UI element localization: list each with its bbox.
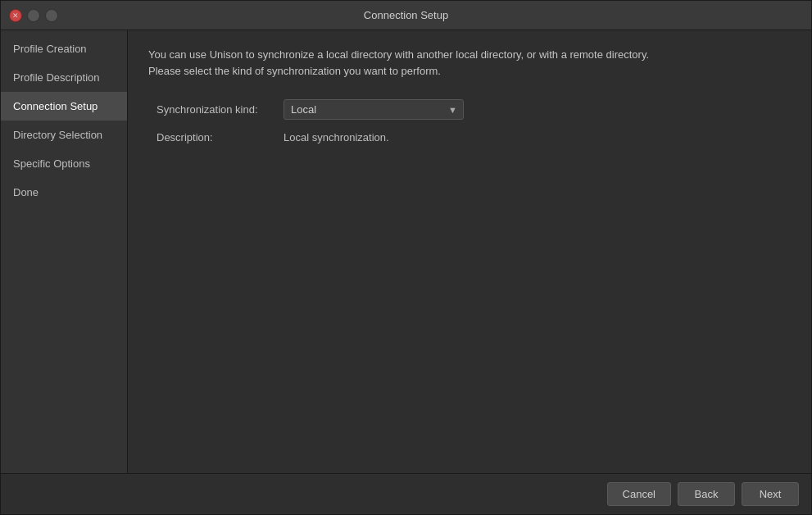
sidebar-item-profile-creation[interactable]: Profile Creation (1, 34, 127, 63)
sync-kind-label: Synchronization kind: (157, 103, 284, 116)
description-text: You can use Unison to synchronize a loca… (148, 47, 791, 79)
back-button[interactable]: Back (678, 482, 735, 506)
sidebar-item-done[interactable]: Done (1, 178, 127, 207)
window-title: Connection Setup (364, 9, 448, 21)
window-controls: ✕ (9, 9, 58, 22)
description-label: Description: (157, 131, 284, 144)
next-button[interactable]: Next (742, 482, 799, 506)
window: ✕ Connection Setup Profile Creation Prof… (0, 0, 812, 515)
main-content: You can use Unison to synchronize a loca… (128, 30, 811, 473)
cancel-button[interactable]: Cancel (607, 482, 671, 506)
sidebar-item-directory-selection[interactable]: Directory Selection (1, 121, 127, 149)
description-row: Description: Local synchronization. (157, 131, 791, 144)
sync-kind-row: Synchronization kind: Local SSH Socket ▼ (157, 99, 791, 120)
maximize-button[interactable] (45, 9, 58, 22)
footer: Cancel Back Next (1, 473, 811, 514)
close-button[interactable]: ✕ (9, 9, 22, 22)
sidebar: Profile Creation Profile Description Con… (1, 30, 128, 473)
minimize-button[interactable] (27, 9, 40, 22)
sidebar-item-specific-options[interactable]: Specific Options (1, 149, 127, 178)
form-area: Synchronization kind: Local SSH Socket ▼… (157, 99, 791, 155)
titlebar: ✕ Connection Setup (1, 1, 811, 30)
content-area: Profile Creation Profile Description Con… (1, 30, 811, 473)
sidebar-item-profile-description[interactable]: Profile Description (1, 63, 127, 92)
sync-kind-select-wrapper: Local SSH Socket ▼ (284, 99, 464, 120)
description-value: Local synchronization. (284, 131, 389, 144)
sync-kind-select[interactable]: Local SSH Socket (284, 99, 464, 120)
close-icon: ✕ (12, 11, 19, 20)
sidebar-item-connection-setup[interactable]: Connection Setup (1, 92, 127, 121)
